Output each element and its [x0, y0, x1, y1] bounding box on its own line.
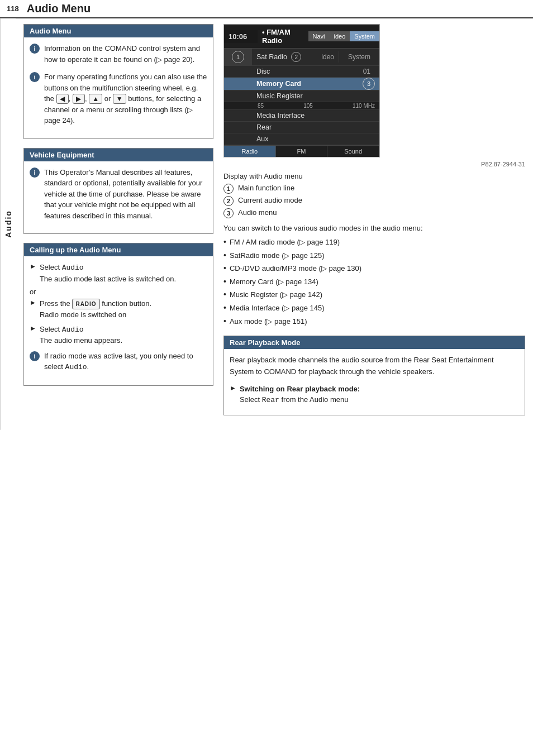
- info-icon-radio: i: [30, 351, 40, 361]
- section-rear-title: Rear Playback Mode: [224, 336, 525, 349]
- num-1: 1: [223, 184, 234, 194]
- kbd-back: ◀: [56, 94, 69, 104]
- list-item-satradio: SatRadio mode (▷ page 125): [223, 250, 525, 261]
- rear-step: ► Switching on Rear playback mode: Selec…: [230, 384, 519, 406]
- car-display: 10:06 • FM/AM Radio Navi ideo System 1: [223, 24, 380, 157]
- arrow-icon-1: ►: [30, 262, 36, 270]
- rear-text: Rear playback mode channels the audio so…: [230, 355, 519, 378]
- badge-3: 3: [363, 78, 375, 90]
- num-text-3: Audio menu: [238, 208, 277, 217]
- step-text-2: Press the RADIO function button.Radio mo…: [40, 298, 151, 320]
- menu-aux[interactable]: Aux: [252, 133, 379, 145]
- badge-1: 1: [232, 51, 244, 63]
- info-item-1: i Information on the COMAND control syst…: [30, 43, 207, 65]
- bottom-tab-sound[interactable]: Sound: [327, 146, 379, 157]
- display-time: 10:06: [224, 30, 258, 43]
- section-calling-audio-title: Calling up the Audio Menu: [24, 243, 213, 256]
- page-number: 118: [7, 4, 19, 13]
- content-wrapper: Audio Audio Menu i Information on the CO…: [0, 18, 533, 430]
- menu-music-register[interactable]: Music Register: [252, 90, 379, 102]
- num-2: 2: [223, 196, 234, 206]
- info-text-radio: If radio mode was active last, you only …: [44, 351, 207, 373]
- step-text-3: Select AudioThe audio menu appears.: [40, 324, 122, 346]
- info-icon-vehicle: i: [30, 168, 40, 178]
- info-icon-1: i: [30, 44, 40, 54]
- badge-2: 2: [291, 52, 301, 62]
- menu-disc[interactable]: Disc: [252, 66, 354, 77]
- menu-memory-card[interactable]: Memory Card: [252, 78, 363, 89]
- list-item-fm: FM / AM radio mode (▷ page 119): [223, 237, 525, 248]
- sidebar-audio-label: Audio: [0, 18, 16, 430]
- info-text-2: For many operating functions you can als…: [44, 71, 207, 126]
- kbd-down: ▼: [113, 94, 126, 104]
- or-separator: or: [30, 288, 207, 296]
- display-tab-video[interactable]: ideo: [330, 31, 350, 41]
- list-item-media: Media Interface (▷ page 145): [223, 303, 525, 314]
- disc-number: 01: [354, 66, 379, 77]
- list-item-aux: Aux mode (▷ page 151): [223, 316, 525, 327]
- arrow-icon-2: ►: [30, 299, 36, 307]
- info-text-1: Information on the COMAND control system…: [44, 43, 207, 65]
- info-item-2: i For many operating functions you can a…: [30, 71, 207, 126]
- rear-step-bold: Switching on Rear playback mode:: [240, 385, 360, 393]
- display-tabs: Navi ideo System: [308, 31, 380, 41]
- info-item-radio-last: i If radio mode was active last, you onl…: [30, 351, 207, 373]
- menu-rear[interactable]: Rear: [252, 122, 379, 133]
- bottom-tab-radio[interactable]: Radio: [224, 146, 276, 157]
- main-content: Audio Menu i Information on the COMAND c…: [16, 18, 533, 430]
- display-top-row: 10:06 • FM/AM Radio Navi ideo System: [224, 25, 379, 49]
- rear-arrow-icon: ►: [230, 384, 236, 392]
- section-calling-audio-body: ► Select AudioThe audio mode last active…: [24, 256, 213, 385]
- freq-left: 85: [258, 103, 264, 109]
- bottom-tab-fm[interactable]: FM: [276, 146, 328, 157]
- kbd-up: ▲: [89, 94, 102, 104]
- step-press-radio: ► Press the RADIO function button.Radio …: [30, 298, 207, 320]
- numbered-item-3: 3 Audio menu: [223, 208, 525, 218]
- section-vehicle-equipment: Vehicle Equipment i This Operator’s Manu…: [23, 148, 213, 235]
- section-audio-menu-title: Audio Menu: [24, 25, 213, 37]
- step-select-audio-1: ► Select AudioThe audio mode last active…: [30, 262, 207, 284]
- numbered-item-2: 2 Current audio mode: [223, 196, 525, 206]
- freq-right: 110 MHz: [353, 103, 375, 109]
- menu-video-right: ideo: [317, 51, 339, 63]
- kbd-forward: ▶: [73, 94, 85, 104]
- page-title: Audio Menu: [27, 2, 91, 15]
- page-header: 118 Audio Menu: [0, 0, 533, 18]
- menu-system-right: System: [339, 51, 379, 63]
- audio-modes-intro: You can switch to the various audio mode…: [223, 224, 525, 232]
- list-item-musicreg: Music Register (▷ page 142): [223, 289, 525, 300]
- section-vehicle-equipment-body: i This Operator’s Manual describes all f…: [24, 161, 213, 234]
- left-column: Audio Menu i Information on the COMAND c…: [23, 24, 213, 424]
- step-select-audio-2: ► Select AudioThe audio menu appears.: [30, 324, 207, 346]
- section-rear-playback: Rear Playback Mode Rear playback mode ch…: [223, 336, 525, 415]
- right-column: 10:06 • FM/AM Radio Navi ideo System 1: [223, 24, 525, 424]
- info-item-vehicle: i This Operator’s Manual describes all f…: [30, 167, 207, 222]
- freq-bar: 85 105 110 MHz: [224, 102, 379, 110]
- menu-sat-radio[interactable]: Sat Radio 2: [252, 50, 317, 64]
- numbered-list: 1 Main function line 2 Current audio mod…: [223, 184, 525, 218]
- arrow-icon-3: ►: [30, 324, 36, 332]
- freq-mid: 105: [303, 103, 313, 109]
- num-text-2: Current audio mode: [238, 196, 302, 204]
- step-text-1: Select AudioThe audio mode last active i…: [40, 262, 176, 284]
- display-tab-navi[interactable]: Navi: [308, 31, 330, 41]
- list-item-memcard: Memory Card (▷ page 134): [223, 276, 525, 288]
- info-text-vehicle: This Operator’s Manual describes all fea…: [44, 167, 207, 222]
- display-caption-code: P82.87-2944-31: [223, 161, 525, 168]
- radio-button-label: RADIO: [72, 299, 99, 309]
- rear-step-text: Switching on Rear playback mode: Select …: [240, 384, 360, 406]
- menu-media-interface[interactable]: Media Interface: [252, 110, 379, 121]
- display-bottom-row: Radio FM Sound: [224, 145, 379, 157]
- num-3: 3: [223, 208, 234, 218]
- section-calling-audio: Calling up the Audio Menu ► Select Audio…: [23, 243, 213, 386]
- display-menu-items: 1 Sat Radio 2 ideo System Disc 01: [224, 49, 379, 145]
- section-audio-menu-body: i Information on the COMAND control syst…: [24, 37, 213, 138]
- section-rear-body: Rear playback mode channels the audio so…: [224, 349, 525, 415]
- display-active-mode: • FM/AM Radio: [258, 26, 308, 46]
- display-caption-text: Display with Audio menu: [223, 172, 525, 180]
- info-icon-2: i: [30, 72, 40, 82]
- audio-modes-list: FM / AM radio mode (▷ page 119) SatRadio…: [223, 237, 525, 327]
- section-vehicle-equipment-title: Vehicle Equipment: [24, 149, 213, 161]
- section-audio-menu: Audio Menu i Information on the COMAND c…: [23, 24, 213, 139]
- display-tab-system[interactable]: System: [350, 31, 379, 41]
